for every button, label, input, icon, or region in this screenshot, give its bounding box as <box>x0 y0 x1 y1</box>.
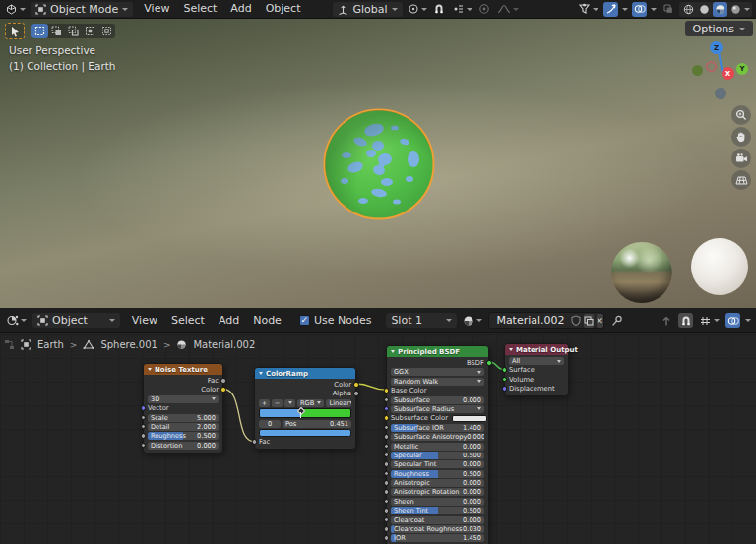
select-box-extend-button[interactable] <box>48 24 65 38</box>
node-colorramp[interactable]: ColorRamp Color Alpha + − <box>254 367 356 450</box>
param-slider[interactable]: Sheen 0.000 <box>391 498 484 506</box>
fake-user-button[interactable] <box>571 314 581 328</box>
output-socket-alpha[interactable] <box>353 391 359 396</box>
color-ramp-gradient[interactable] <box>259 408 351 418</box>
shading-material-preview-button[interactable] <box>713 2 727 17</box>
input-socket-subsurface-color[interactable] <box>384 415 390 421</box>
stop-position-field[interactable]: Pos 0.451 <box>283 420 351 428</box>
transform-orientation-dropdown[interactable]: Global <box>333 2 402 17</box>
param-slider[interactable]: Metallic 0.000 <box>391 443 484 451</box>
input-socket[interactable] <box>384 397 390 403</box>
proportional-editing-button[interactable] <box>477 2 492 17</box>
input-socket[interactable] <box>384 535 390 541</box>
input-socket[interactable] <box>384 453 390 458</box>
node-snap-toggle-button[interactable] <box>678 313 693 328</box>
material-name-field[interactable]: Material.002 ✕ <box>488 312 604 329</box>
select-box-intersect-button[interactable] <box>98 24 115 38</box>
input-socket[interactable] <box>141 424 147 430</box>
sss-method-dropdown[interactable]: Random Walk <box>391 378 484 386</box>
select-box-subtract-button[interactable] <box>65 24 82 38</box>
output-socket-bsdf[interactable] <box>486 360 492 366</box>
input-socket[interactable] <box>384 444 390 450</box>
chevron-down-icon[interactable] <box>744 8 750 11</box>
menu-item[interactable]: Select <box>164 312 212 330</box>
param-slider[interactable]: Clearcoat 0.000 <box>391 516 484 524</box>
input-socket-vector[interactable] <box>141 405 147 411</box>
input-socket-base-color[interactable] <box>384 388 390 393</box>
param-slider[interactable]: Detail 2.000 <box>148 423 219 431</box>
input-socket-volume[interactable] <box>502 377 508 383</box>
target-dropdown[interactable]: All <box>509 357 564 365</box>
link-ramp-to-bsdf[interactable] <box>356 384 386 390</box>
color-mode-dropdown[interactable]: RGB <box>297 399 324 407</box>
menu-item[interactable]: View <box>125 312 164 330</box>
snap-toggle-button[interactable] <box>432 2 447 17</box>
node-noise-texture[interactable]: Noise Texture Fac Color 3D <box>143 363 223 453</box>
param-slider[interactable]: Roughness 0.500 <box>148 432 219 440</box>
pin-button[interactable] <box>609 313 624 328</box>
chrome-preview-sphere[interactable] <box>611 242 672 303</box>
collapse-icon[interactable] <box>148 368 152 371</box>
input-socket[interactable] <box>384 489 390 495</box>
node-overlays-toggle-button[interactable] <box>725 313 740 328</box>
menu-item[interactable]: Add <box>223 0 258 18</box>
zoom-button[interactable] <box>731 105 751 125</box>
viewport-3d[interactable]: Object Mode ViewSelectAddObject Global <box>0 0 756 308</box>
node-editor-canvas[interactable]: Earth > Sphere.001 > Material.002 Noise … <box>0 334 756 544</box>
menu-item[interactable]: Object <box>259 0 308 18</box>
chevron-down-icon[interactable] <box>745 319 751 322</box>
output-socket-fac[interactable] <box>220 378 226 384</box>
pan-button[interactable] <box>731 127 751 147</box>
output-socket-color[interactable] <box>220 387 226 393</box>
gizmos-toggle-button[interactable] <box>603 2 618 17</box>
collapse-icon[interactable] <box>259 372 263 375</box>
collapse-icon[interactable] <box>391 350 395 353</box>
input-socket[interactable] <box>141 443 147 449</box>
link-noise-to-ramp[interactable] <box>223 390 254 442</box>
input-socket[interactable] <box>384 434 390 440</box>
gizmo-axis-neg-x[interactable] <box>706 61 717 72</box>
node-header[interactable]: Noise Texture <box>144 364 222 375</box>
object-visibility-filter-button[interactable] <box>577 2 599 17</box>
node-material-output[interactable]: Material Output All Surface <box>504 343 569 396</box>
editor-type-button[interactable] <box>5 313 28 328</box>
input-socket[interactable] <box>384 425 390 431</box>
subsurface-radius-dropdown[interactable]: Subsurface Radius <box>391 405 484 413</box>
interpolation-dropdown[interactable]: Linear <box>326 399 351 407</box>
input-socket-subsurface-radius[interactable] <box>384 406 390 412</box>
input-socket[interactable] <box>141 433 147 439</box>
gizmo-axis-y[interactable]: Y <box>736 63 748 75</box>
subsurface-color-swatch[interactable] <box>452 415 487 422</box>
collapse-icon[interactable] <box>509 348 513 351</box>
input-socket-fac[interactable] <box>252 439 258 445</box>
menu-item[interactable]: Node <box>246 312 288 330</box>
go-to-parent-node-tree-button[interactable] <box>659 313 673 328</box>
gizmo-axis-neg-y[interactable] <box>692 65 703 76</box>
param-slider[interactable]: Specular 0.500 <box>391 452 484 459</box>
stop-index-field[interactable]: 0 <box>259 420 281 428</box>
shader-type-dropdown[interactable]: Object <box>32 313 120 328</box>
param-slider[interactable]: Roughness 0.500 <box>391 470 484 478</box>
duplicate-material-button[interactable] <box>584 314 594 328</box>
chevron-down-icon[interactable] <box>622 8 628 11</box>
param-slider[interactable]: Distortion 0.000 <box>148 442 219 450</box>
proportional-falloff-button[interactable] <box>496 2 520 17</box>
material-browse-button[interactable] <box>462 313 483 328</box>
input-socket[interactable] <box>384 480 390 486</box>
editor-type-button[interactable] <box>4 2 27 17</box>
use-nodes-toggle[interactable]: ✓ Use Nodes <box>299 314 372 327</box>
node-header[interactable]: Principled BSDF <box>387 346 488 357</box>
input-socket[interactable] <box>384 517 390 523</box>
use-nodes-checkbox[interactable]: ✓ <box>299 315 310 326</box>
stop-color-swatch[interactable] <box>259 429 351 437</box>
remove-stop-button[interactable]: − <box>272 399 283 407</box>
node-header[interactable]: Material Output <box>505 344 568 355</box>
breadcrumb-mesh[interactable]: Sphere.001 <box>100 339 158 350</box>
param-slider[interactable]: Subsurface Anisotropy 0.000 <box>391 433 484 441</box>
pivot-point-button[interactable] <box>407 2 428 17</box>
output-socket-color[interactable] <box>353 382 359 388</box>
ramp-stop-handle[interactable] <box>297 408 304 418</box>
gizmo-axis-z[interactable]: Z <box>710 41 723 54</box>
shading-rendered-button[interactable] <box>728 2 743 17</box>
param-slider[interactable]: Subsurface 0.000 <box>391 396 484 404</box>
